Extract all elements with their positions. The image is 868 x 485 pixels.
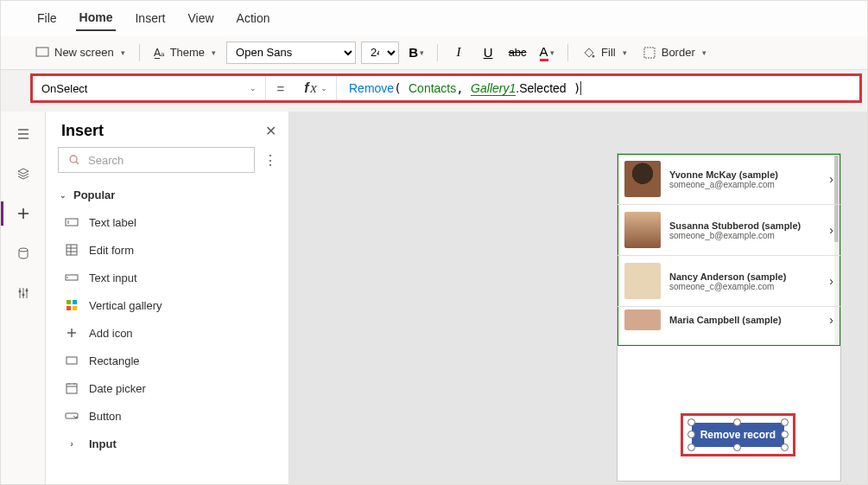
svg-point-15 [70, 156, 77, 163]
resize-handle[interactable] [781, 431, 789, 438]
more-icon[interactable]: ⋮ [263, 152, 276, 169]
svg-point-1 [592, 54, 595, 57]
menu-insert[interactable]: Insert [131, 6, 168, 30]
data-icon[interactable] [13, 243, 34, 264]
insert-edit-form[interactable]: Edit form [46, 236, 288, 264]
resize-handle[interactable] [687, 431, 695, 438]
avatar [624, 310, 661, 330]
bold-button[interactable]: B▾ [404, 41, 428, 65]
insert-text-input[interactable]: Text input [46, 264, 288, 291]
gallery-row[interactable]: Maria Campbell (sample) › [618, 307, 840, 333]
svg-point-8 [19, 248, 28, 252]
gallery-row[interactable]: Yvonne McKay (sample)someone_a@example.c… [618, 154, 840, 205]
avatar [624, 161, 661, 197]
insert-rectangle[interactable]: Rectangle [46, 347, 288, 374]
category-popular[interactable]: ⌄ Popular [46, 182, 288, 208]
font-size-select[interactable]: 24 [361, 41, 399, 64]
ribbon-toolbar: New screen▾ A̲ₐ Theme▾ Open Sans 24 B▾ I… [1, 35, 867, 70]
fill-icon [582, 46, 596, 60]
theme-button[interactable]: A̲ₐ Theme▾ [149, 42, 221, 62]
menu-view[interactable]: View [184, 6, 217, 30]
avatar [624, 263, 661, 299]
resize-handle[interactable] [733, 444, 741, 451]
chevron-right-icon[interactable]: › [829, 274, 833, 288]
formula-input[interactable]: Remove( Contacts, Gallery1.Selected ) [337, 81, 859, 95]
border-icon [643, 46, 656, 60]
svg-rect-32 [67, 384, 77, 393]
chevron-right-icon[interactable]: › [829, 223, 833, 237]
border-button[interactable]: Border▾ [637, 42, 712, 63]
insert-date-picker[interactable]: Date picker [46, 374, 288, 402]
new-screen-button[interactable]: New screen▾ [30, 42, 130, 63]
resize-handle[interactable] [687, 444, 695, 451]
svg-rect-28 [73, 306, 77, 310]
new-screen-icon [35, 46, 49, 60]
resize-handle[interactable] [687, 418, 695, 426]
property-dropdown[interactable]: OnSelect ⌄ [33, 76, 266, 100]
canvas[interactable]: Yvonne McKay (sample)someone_a@example.c… [289, 112, 867, 485]
font-color-button[interactable]: A▾ [535, 41, 559, 65]
close-icon[interactable]: ✕ [265, 123, 276, 139]
resize-handle[interactable] [781, 418, 789, 426]
equals-sign: = [266, 81, 295, 96]
svg-line-16 [76, 162, 79, 164]
remove-record-button[interactable]: Remove record [692, 423, 784, 447]
gallery-control[interactable]: Yvonne McKay (sample)someone_a@example.c… [618, 154, 840, 333]
svg-rect-17 [66, 219, 78, 226]
insert-text-label[interactable]: Text label [46, 208, 288, 236]
fill-button[interactable]: Fill▾ [577, 42, 632, 63]
search-icon [67, 153, 81, 167]
italic-button[interactable]: I [447, 41, 471, 65]
insert-button[interactable]: Button [46, 402, 288, 430]
chevron-down-icon: ⌄ [60, 191, 67, 200]
menu-bar: File Home Insert View Action [1, 1, 867, 35]
insert-panel: Insert ✕ Search ⋮ ⌄ Popular Text label E… [46, 112, 289, 485]
layers-icon[interactable] [13, 163, 34, 184]
search-input[interactable]: Search [58, 147, 255, 173]
gallery-row[interactable]: Susanna Stubberod (sample)someone_b@exam… [618, 205, 840, 256]
svg-point-13 [22, 294, 24, 297]
svg-rect-27 [67, 306, 71, 310]
insert-add-icon[interactable]: Add icon [46, 319, 288, 347]
svg-point-14 [25, 290, 28, 292]
menu-file[interactable]: File [34, 6, 60, 30]
resize-handle[interactable] [781, 444, 789, 451]
insert-rail-icon[interactable] [13, 203, 34, 224]
insert-vertical-gallery[interactable]: Vertical gallery [46, 291, 288, 319]
formula-bar: OnSelect ⌄ = fx ⌄ Remove( Contacts, Gall… [30, 73, 862, 103]
tools-icon[interactable] [13, 283, 34, 303]
svg-rect-19 [67, 245, 77, 255]
left-rail [1, 112, 46, 485]
fx-button[interactable]: fx ⌄ [295, 76, 337, 100]
menu-action[interactable]: Action [233, 6, 274, 30]
svg-rect-25 [67, 300, 71, 304]
gallery-row[interactable]: Nancy Anderson (sample)someone_c@example… [618, 256, 840, 307]
svg-rect-2 [644, 48, 655, 58]
chevron-right-icon[interactable]: › [829, 172, 833, 186]
svg-point-12 [18, 290, 21, 293]
insert-input-category[interactable]: ›Input [46, 430, 288, 457]
app-preview: Yvonne McKay (sample)someone_a@example.c… [617, 153, 841, 482]
resize-handle[interactable] [733, 418, 741, 426]
avatar [624, 212, 661, 248]
font-name-select[interactable]: Open Sans [226, 41, 356, 64]
selection-highlight: Remove record [681, 413, 795, 456]
svg-rect-31 [67, 357, 77, 364]
svg-rect-26 [73, 300, 77, 304]
tree-view-icon[interactable] [13, 124, 34, 144]
panel-title: Insert [61, 122, 104, 140]
svg-rect-0 [36, 48, 48, 56]
chevron-right-icon[interactable]: › [829, 313, 833, 327]
chevron-down-icon: ⌄ [250, 84, 257, 93]
underline-button[interactable]: U [476, 41, 500, 65]
menu-home[interactable]: Home [76, 5, 117, 31]
strikethrough-button[interactable]: abc [505, 41, 529, 65]
